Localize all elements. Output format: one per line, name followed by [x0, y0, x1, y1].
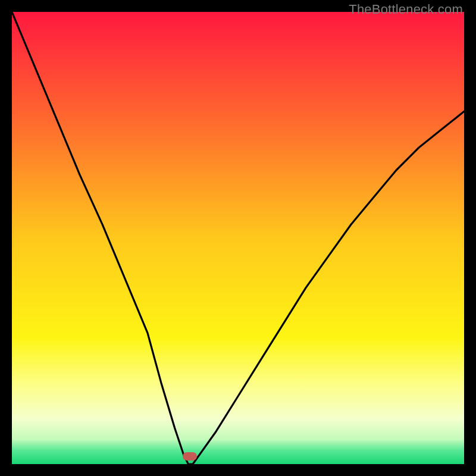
chart-curve: [12, 12, 464, 464]
chart-frame: [12, 12, 464, 464]
minimum-marker: [183, 452, 197, 461]
watermark-text: TheBottleneck.com: [349, 2, 463, 17]
